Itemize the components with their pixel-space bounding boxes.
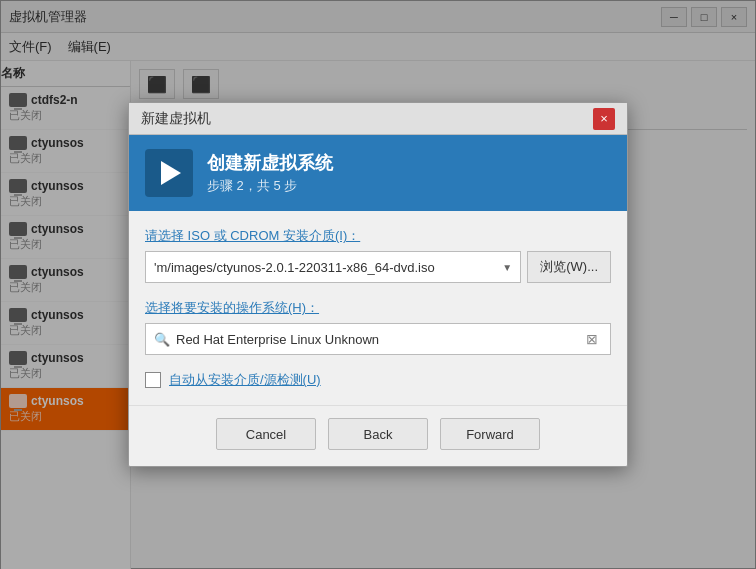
iso-dropdown-value: 'm/images/ctyunos-2.0.1-220311-x86_64-dv… (154, 260, 498, 275)
forward-button[interactable]: Forward (440, 418, 540, 450)
auto-detect-row: 自动从安装介质/源检测(U) (145, 371, 611, 389)
dialog-body: 请选择 ISO 或 CDROM 安装介质(I)： 'm/images/ctyun… (129, 211, 627, 405)
iso-field-row: 'm/images/ctyunos-2.0.1-220311-x86_64-dv… (145, 251, 611, 283)
dialog-titlebar: 新建虚拟机 × (129, 103, 627, 135)
dialog-footer: Cancel Back Forward (129, 405, 627, 466)
dropdown-arrow-icon: ▼ (502, 262, 512, 273)
os-field-row: 🔍 ⊠ (145, 323, 611, 355)
auto-detect-checkbox[interactable] (145, 372, 161, 388)
play-icon (161, 161, 181, 185)
dialog-header-text: 创建新虚拟系统 步骤 2，共 5 步 (207, 151, 333, 195)
os-section: 选择将要安装的操作系统(H)： 🔍 ⊠ (145, 299, 611, 355)
iso-section: 请选择 ISO 或 CDROM 安装介质(I)： 'm/images/ctyun… (145, 227, 611, 283)
new-vm-dialog: 新建虚拟机 × 创建新虚拟系统 步骤 2，共 5 步 请选择 ISO 或 CDR… (128, 102, 628, 467)
dialog-header: 创建新虚拟系统 步骤 2，共 5 步 (129, 135, 627, 211)
back-button[interactable]: Back (328, 418, 428, 450)
dialog-header-subtitle: 步骤 2，共 5 步 (207, 177, 333, 195)
iso-dropdown[interactable]: 'm/images/ctyunos-2.0.1-220311-x86_64-dv… (145, 251, 521, 283)
dialog-close-button[interactable]: × (593, 108, 615, 130)
os-clear-button[interactable]: ⊠ (582, 329, 602, 349)
search-icon: 🔍 (154, 332, 170, 347)
cancel-button[interactable]: Cancel (216, 418, 316, 450)
browse-button[interactable]: 浏览(W)... (527, 251, 611, 283)
os-field-label: 选择将要安装的操作系统(H)： (145, 299, 611, 317)
dialog-title: 新建虚拟机 (141, 110, 211, 128)
dialog-header-icon (145, 149, 193, 197)
auto-detect-label: 自动从安装介质/源检测(U) (169, 371, 321, 389)
dialog-header-title: 创建新虚拟系统 (207, 151, 333, 175)
dialog-overlay: 新建虚拟机 × 创建新虚拟系统 步骤 2，共 5 步 请选择 ISO 或 CDR… (0, 0, 756, 569)
iso-field-label: 请选择 ISO 或 CDROM 安装介质(I)： (145, 227, 611, 245)
os-search-input[interactable] (176, 332, 582, 347)
